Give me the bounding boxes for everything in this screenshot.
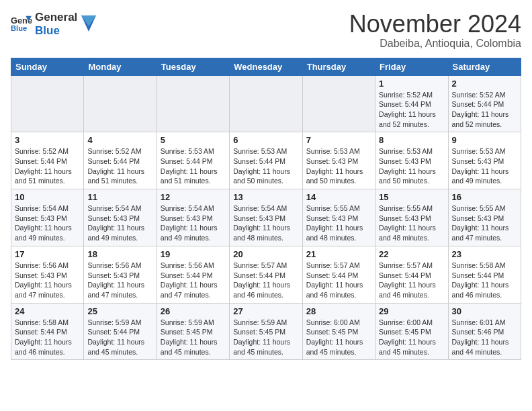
calendar-cell: 2Sunrise: 5:52 AM Sunset: 5:44 PM Daylig… xyxy=(448,75,521,132)
day-info: Sunrise: 5:54 AM Sunset: 5:43 PM Dayligh… xyxy=(15,203,80,243)
logo-blue: Blue xyxy=(35,24,77,38)
day-info: Sunrise: 5:56 AM Sunset: 5:43 PM Dayligh… xyxy=(15,261,80,300)
calendar-week-row-4: 17Sunrise: 5:56 AM Sunset: 5:43 PM Dayli… xyxy=(11,246,521,303)
day-info: Sunrise: 5:59 AM Sunset: 5:45 PM Dayligh… xyxy=(161,318,226,357)
day-number: 8 xyxy=(379,135,444,145)
header-tuesday: Tuesday xyxy=(157,58,229,75)
svg-text:Blue: Blue xyxy=(11,24,27,32)
header-saturday: Saturday xyxy=(448,58,521,75)
day-number: 5 xyxy=(161,135,226,145)
calendar-cell: 24Sunrise: 5:58 AM Sunset: 5:44 PM Dayli… xyxy=(11,303,84,360)
day-number: 21 xyxy=(306,249,371,259)
calendar-cell: 23Sunrise: 5:58 AM Sunset: 5:44 PM Dayli… xyxy=(448,246,521,303)
day-number: 18 xyxy=(87,249,152,259)
day-number: 19 xyxy=(161,249,226,259)
calendar-table: Sunday Monday Tuesday Wednesday Thursday… xyxy=(11,58,521,361)
calendar-week-row-2: 3Sunrise: 5:52 AM Sunset: 5:44 PM Daylig… xyxy=(11,132,521,189)
day-info: Sunrise: 5:53 AM Sunset: 5:43 PM Dayligh… xyxy=(379,146,444,186)
day-info: Sunrise: 6:00 AM Sunset: 5:45 PM Dayligh… xyxy=(306,318,371,357)
calendar-week-row-1: 1Sunrise: 5:52 AM Sunset: 5:44 PM Daylig… xyxy=(11,75,521,132)
calendar-cell: 7Sunrise: 5:53 AM Sunset: 5:43 PM Daylig… xyxy=(302,132,375,189)
day-info: Sunrise: 5:56 AM Sunset: 5:43 PM Dayligh… xyxy=(87,261,152,300)
calendar-cell xyxy=(157,75,229,132)
calendar-cell: 8Sunrise: 5:53 AM Sunset: 5:43 PM Daylig… xyxy=(375,132,448,189)
day-info: Sunrise: 5:54 AM Sunset: 5:43 PM Dayligh… xyxy=(87,203,152,243)
day-number: 6 xyxy=(233,135,298,145)
location-subtitle: Dabeiba, Antioquia, Colombia xyxy=(349,38,521,50)
calendar-cell: 26Sunrise: 5:59 AM Sunset: 5:45 PM Dayli… xyxy=(157,303,229,360)
day-number: 29 xyxy=(379,306,444,316)
day-number: 15 xyxy=(379,192,444,202)
calendar-cell xyxy=(11,75,84,132)
day-number: 30 xyxy=(452,306,517,316)
calendar-cell xyxy=(230,75,302,132)
calendar-cell: 22Sunrise: 5:57 AM Sunset: 5:44 PM Dayli… xyxy=(375,246,448,303)
calendar-cell: 19Sunrise: 5:56 AM Sunset: 5:44 PM Dayli… xyxy=(157,246,229,303)
day-number: 25 xyxy=(87,306,152,316)
calendar-week-row-3: 10Sunrise: 5:54 AM Sunset: 5:43 PM Dayli… xyxy=(11,189,521,246)
weekday-header-row: Sunday Monday Tuesday Wednesday Thursday… xyxy=(11,58,521,75)
header-friday: Friday xyxy=(375,58,448,75)
day-info: Sunrise: 5:59 AM Sunset: 5:45 PM Dayligh… xyxy=(233,318,298,357)
day-number: 10 xyxy=(15,192,80,202)
calendar-cell: 30Sunrise: 6:01 AM Sunset: 5:46 PM Dayli… xyxy=(448,303,521,360)
day-number: 20 xyxy=(233,249,298,259)
day-number: 1 xyxy=(379,79,444,89)
day-info: Sunrise: 5:55 AM Sunset: 5:43 PM Dayligh… xyxy=(452,203,517,243)
calendar-cell: 28Sunrise: 6:00 AM Sunset: 5:45 PM Dayli… xyxy=(302,303,375,360)
calendar-cell: 6Sunrise: 5:53 AM Sunset: 5:44 PM Daylig… xyxy=(230,132,302,189)
day-info: Sunrise: 5:53 AM Sunset: 5:43 PM Dayligh… xyxy=(306,146,371,186)
day-info: Sunrise: 5:52 AM Sunset: 5:44 PM Dayligh… xyxy=(15,146,80,186)
calendar-cell xyxy=(84,75,157,132)
day-info: Sunrise: 5:53 AM Sunset: 5:43 PM Dayligh… xyxy=(452,146,517,186)
day-info: Sunrise: 5:54 AM Sunset: 5:43 PM Dayligh… xyxy=(233,203,298,243)
day-info: Sunrise: 6:00 AM Sunset: 5:45 PM Dayligh… xyxy=(379,318,444,357)
day-info: Sunrise: 5:57 AM Sunset: 5:44 PM Dayligh… xyxy=(306,261,371,300)
calendar-cell: 12Sunrise: 5:54 AM Sunset: 5:43 PM Dayli… xyxy=(157,189,229,246)
calendar-cell: 13Sunrise: 5:54 AM Sunset: 5:43 PM Dayli… xyxy=(230,189,302,246)
header-monday: Monday xyxy=(84,58,157,75)
page-container: General Blue General Blue November 2024 … xyxy=(0,0,532,367)
day-number: 3 xyxy=(15,135,80,145)
day-info: Sunrise: 5:57 AM Sunset: 5:44 PM Dayligh… xyxy=(379,261,444,300)
day-info: Sunrise: 5:57 AM Sunset: 5:44 PM Dayligh… xyxy=(233,261,298,300)
calendar-cell: 11Sunrise: 5:54 AM Sunset: 5:43 PM Dayli… xyxy=(84,189,157,246)
day-number: 14 xyxy=(306,192,371,202)
day-number: 27 xyxy=(233,306,298,316)
logo-triangle-icon xyxy=(81,15,96,32)
day-number: 9 xyxy=(452,135,517,145)
calendar-cell: 1Sunrise: 5:52 AM Sunset: 5:44 PM Daylig… xyxy=(375,75,448,132)
logo-general: General xyxy=(35,11,77,24)
day-info: Sunrise: 5:52 AM Sunset: 5:44 PM Dayligh… xyxy=(87,146,152,186)
day-number: 22 xyxy=(379,249,444,259)
calendar-cell: 15Sunrise: 5:55 AM Sunset: 5:43 PM Dayli… xyxy=(375,189,448,246)
calendar-cell: 5Sunrise: 5:53 AM Sunset: 5:44 PM Daylig… xyxy=(157,132,229,189)
calendar-cell: 29Sunrise: 6:00 AM Sunset: 5:45 PM Dayli… xyxy=(375,303,448,360)
calendar-cell: 4Sunrise: 5:52 AM Sunset: 5:44 PM Daylig… xyxy=(84,132,157,189)
day-number: 24 xyxy=(15,306,80,316)
day-info: Sunrise: 5:59 AM Sunset: 5:44 PM Dayligh… xyxy=(87,318,152,357)
logo: General Blue General Blue xyxy=(11,11,96,37)
day-number: 13 xyxy=(233,192,298,202)
day-info: Sunrise: 5:56 AM Sunset: 5:44 PM Dayligh… xyxy=(161,261,226,300)
day-number: 11 xyxy=(87,192,152,202)
calendar-cell: 17Sunrise: 5:56 AM Sunset: 5:43 PM Dayli… xyxy=(11,246,84,303)
day-number: 28 xyxy=(306,306,371,316)
title-block: November 2024 Dabeiba, Antioquia, Colomb… xyxy=(349,11,521,50)
logo-icon: General Blue xyxy=(11,15,32,34)
day-info: Sunrise: 5:55 AM Sunset: 5:43 PM Dayligh… xyxy=(379,203,444,243)
header-thursday: Thursday xyxy=(302,58,375,75)
day-number: 4 xyxy=(87,135,152,145)
day-number: 2 xyxy=(452,79,517,89)
day-info: Sunrise: 5:55 AM Sunset: 5:43 PM Dayligh… xyxy=(306,203,371,243)
day-number: 26 xyxy=(161,306,226,316)
month-year-title: November 2024 xyxy=(349,11,521,38)
day-info: Sunrise: 5:52 AM Sunset: 5:44 PM Dayligh… xyxy=(452,90,517,130)
calendar-cell: 21Sunrise: 5:57 AM Sunset: 5:44 PM Dayli… xyxy=(302,246,375,303)
calendar-week-row-5: 24Sunrise: 5:58 AM Sunset: 5:44 PM Dayli… xyxy=(11,303,521,360)
calendar-cell: 10Sunrise: 5:54 AM Sunset: 5:43 PM Dayli… xyxy=(11,189,84,246)
day-number: 7 xyxy=(306,135,371,145)
calendar-cell: 18Sunrise: 5:56 AM Sunset: 5:43 PM Dayli… xyxy=(84,246,157,303)
calendar-cell: 20Sunrise: 5:57 AM Sunset: 5:44 PM Dayli… xyxy=(230,246,302,303)
header-wednesday: Wednesday xyxy=(230,58,302,75)
